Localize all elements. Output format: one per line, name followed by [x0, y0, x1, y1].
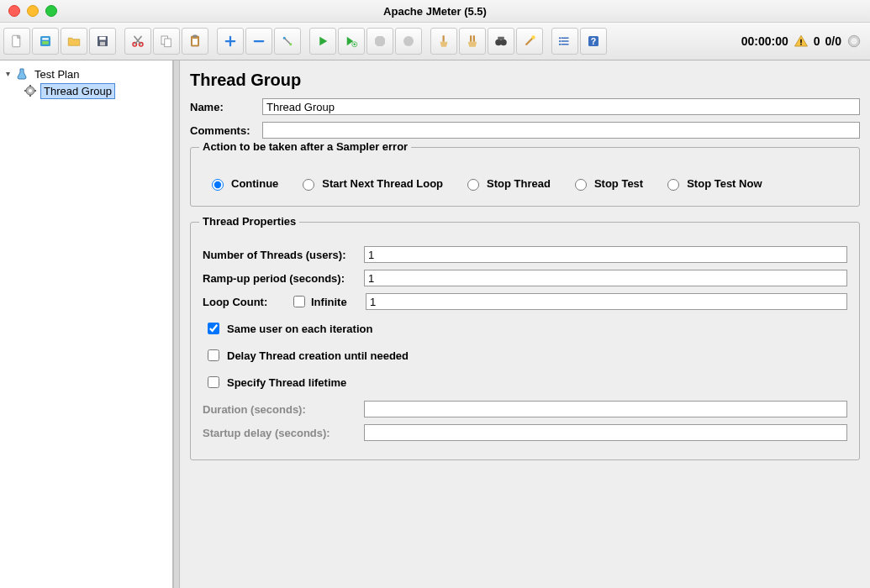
svg-point-27 [559, 40, 561, 42]
toolbar-collapse-button[interactable] [245, 28, 272, 55]
radio-stop-test-now[interactable]: Stop Test Now [663, 176, 762, 191]
plus-icon [223, 34, 238, 49]
thread-props-group: Thread Properties Number of Threads (use… [190, 222, 860, 460]
toolbar-save-button[interactable] [89, 28, 116, 55]
startup-delay-input [364, 424, 847, 441]
pane-splitter[interactable] [173, 60, 180, 588]
delay-creation-checkbox[interactable] [208, 349, 219, 361]
binoculars-icon [493, 34, 509, 49]
infinite-checkbox[interactable] [293, 296, 305, 307]
tree-expand-icon[interactable]: ▾ [3, 70, 12, 78]
minus-icon [251, 34, 266, 49]
tree-pane[interactable]: ▾ Test Plan Thread Group [0, 60, 173, 588]
radio-stop-thread[interactable]: Stop Thread [463, 176, 551, 191]
infinite-label: Infinite [311, 296, 347, 308]
svg-point-36 [29, 89, 32, 92]
svg-rect-24 [498, 37, 504, 40]
beaker-icon [15, 67, 29, 81]
name-label: Name: [190, 101, 256, 113]
svg-rect-2 [42, 38, 49, 39]
radio-start-next[interactable]: Start Next Thread Loop [298, 176, 443, 191]
svg-rect-31 [800, 39, 802, 44]
warning-count: 0 [814, 34, 820, 48]
svg-rect-5 [99, 37, 106, 40]
svg-point-18 [403, 36, 414, 46]
specify-lifetime-label: Specify Thread lifetime [227, 376, 346, 389]
comments-label: Comments: [190, 124, 256, 137]
thread-counter: 0/0 [825, 34, 841, 48]
svg-rect-21 [473, 35, 475, 42]
toggle-icon [280, 34, 295, 49]
wand-icon [522, 34, 537, 49]
toolbar-help-button[interactable]: ? [580, 28, 607, 55]
delay-creation-label: Delay Thread creation until needed [227, 349, 409, 362]
toolbar-new-button[interactable] [3, 28, 30, 55]
svg-marker-17 [375, 36, 385, 46]
tree-node-thread-group[interactable]: Thread Group [0, 82, 172, 99]
toolbar-options-button[interactable] [551, 28, 578, 55]
ramp-up-input[interactable] [364, 270, 847, 286]
svg-point-28 [559, 44, 561, 45]
comments-input[interactable] [262, 122, 860, 139]
radio-stop-test[interactable]: Stop Test [571, 176, 643, 191]
toolbar-shutdown-button[interactable] [395, 28, 422, 55]
toolbar-stop-button[interactable] [366, 28, 393, 55]
gear-icon [24, 84, 37, 97]
svg-rect-19 [443, 35, 445, 42]
toolbar-paste-button[interactable] [182, 28, 208, 55]
svg-point-25 [531, 35, 535, 39]
radio-stop-test-input[interactable] [575, 179, 587, 191]
warning-icon[interactable] [794, 34, 809, 49]
toolbar-copy-button[interactable] [153, 28, 180, 55]
tree-label-thread-group: Thread Group [40, 83, 115, 99]
radio-continue-input[interactable] [212, 179, 224, 191]
radio-start-next-input[interactable] [303, 179, 314, 191]
radio-stop-test-now-input[interactable] [667, 179, 679, 191]
svg-rect-20 [470, 35, 472, 42]
shutdown-icon [401, 34, 416, 49]
duration-input [364, 401, 847, 417]
error-action-title: Action to be taken after a Sampler error [199, 140, 411, 153]
help-icon: ? [586, 34, 601, 49]
stop-icon [372, 34, 388, 49]
same-user-label: Same user on each iteration [227, 323, 372, 335]
toolbar-cut-button[interactable] [124, 28, 151, 55]
broom-all-icon [465, 34, 480, 49]
svg-rect-12 [193, 35, 198, 38]
toolbar-clear-all-button[interactable] [459, 28, 486, 55]
copy-icon [159, 34, 174, 49]
svg-text:?: ? [591, 36, 596, 46]
file-new-icon [9, 34, 24, 49]
tree-node-test-plan[interactable]: ▾ Test Plan [0, 66, 172, 82]
toolbar-start-no-pause-button[interactable] [338, 28, 365, 55]
folder-open-icon [66, 34, 82, 49]
page-title: Thread Group [190, 71, 860, 90]
toolbar-expand-button[interactable] [217, 28, 244, 55]
toolbar: ? 00:00:00 0 0/0 [0, 23, 870, 60]
templates-icon [38, 34, 53, 49]
thread-props-title: Thread Properties [199, 215, 299, 228]
window-title: Apache JMeter (5.5) [0, 5, 870, 18]
toolbar-function-helper-button[interactable] [516, 28, 543, 55]
toolbar-search-button[interactable] [488, 28, 514, 55]
play-icon [315, 34, 330, 49]
titlebar: Apache JMeter (5.5) [0, 0, 870, 23]
num-threads-input[interactable] [364, 246, 847, 263]
loop-count-input[interactable] [366, 293, 847, 310]
radio-stop-thread-input[interactable] [467, 179, 479, 191]
toolbar-templates-button[interactable] [32, 28, 59, 55]
toolbar-open-button[interactable] [61, 28, 87, 55]
radio-continue[interactable]: Continue [208, 176, 278, 191]
content-pane: Thread Group Name: Comments: Action to b… [180, 60, 870, 588]
broom-icon [436, 34, 451, 49]
toolbar-toggle-button[interactable] [274, 28, 301, 55]
status-area: 00:00:00 0 0/0 [741, 34, 867, 49]
same-user-checkbox[interactable] [208, 323, 219, 334]
svg-rect-32 [800, 44, 802, 45]
toolbar-start-button[interactable] [309, 28, 336, 55]
toolbar-clear-button[interactable] [430, 28, 457, 55]
specify-lifetime-checkbox[interactable] [208, 376, 219, 388]
num-threads-label: Number of Threads (users): [203, 249, 357, 261]
name-input[interactable] [262, 98, 860, 115]
ramp-up-label: Ramp-up period (seconds): [203, 272, 357, 285]
